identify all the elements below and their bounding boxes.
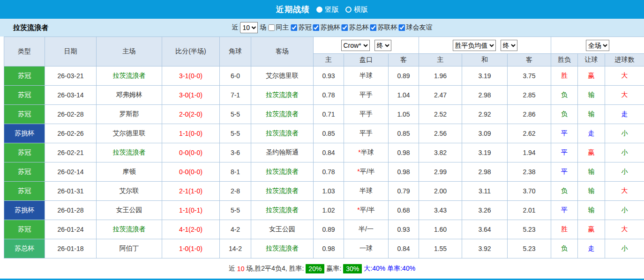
league-type-cell: 苏冠 [4,105,45,124]
date-cell: 26-03-21 [45,66,97,86]
handicap-home-odds-cell: 0.89 [314,220,344,239]
table-row: 苏总杯26-01-18阿伯丁1-0(1-0)14-2拉茨流浪者0.98一球0.8… [4,239,644,258]
away-team-cell: 拉茨流浪者 [251,86,314,105]
handicap-home-odds-cell: 1.02 [314,201,344,220]
sub-header-win: 主 [419,54,462,66]
competition-filters: 苏冠苏挑杯苏总杯苏联杯球会友谊 [291,23,432,32]
competition-option[interactable]: 苏冠 [291,23,311,32]
view-option-vertical[interactable]: 竖版 [316,5,339,14]
table-row: 苏冠26-01-31艾尔联2-1(1-0)2-8拉茨流浪者1.03半球0.792… [4,182,644,201]
odds-type-select[interactable]: 胜平负均值 [453,40,496,51]
competition-option[interactable]: 球会友谊 [398,23,432,32]
bookmaker-final-select[interactable]: 终 [374,40,391,51]
win-odds-cell: 3.82 [419,143,462,162]
view-option-horizontal[interactable]: 横版 [345,5,368,14]
league-type-cell: 苏冠 [4,86,45,105]
corner-cell: 2-8 [220,182,251,201]
handicap-away-odds-cell: 1.05 [389,105,419,124]
lose-odds-cell: 3.75 [508,66,551,86]
handicap-cell: *半球 [344,143,389,162]
view-option-label: 竖版 [325,5,339,14]
score-cell: 2-1(1-0) [162,182,220,201]
lose-odds-cell: 2.86 [508,105,551,124]
competition-checkbox[interactable] [313,24,319,31]
results-table: 类型 日期 主场 比分(半场) 角球 客场 Crow* 终 胜 [4,37,644,258]
handicap-away-odds-cell: 0.79 [389,182,419,201]
sub-header-bet-away: 客 [389,54,419,66]
same-home-option[interactable]: 同主 [268,23,289,32]
win-odds-cell: 2.56 [419,124,462,143]
score-cell: 1-1(0-1) [162,201,220,220]
date-cell: 26-01-31 [45,182,97,201]
result-cell: 胜 [551,220,578,239]
handicap-cell: 平手 [344,105,389,124]
goals-result-cell: 小 [605,124,644,143]
result-cell: 负 [551,239,578,258]
draw-odds-cell: 3.19 [462,66,508,86]
same-home-label: 同主 [276,23,289,32]
handicap-rate-label: 赢率: [326,265,341,273]
sub-header-bet-home: 主 [314,54,344,66]
competition-label: 苏挑杯 [320,23,340,32]
goals-result-cell: 大 [605,86,644,105]
competition-option[interactable]: 苏总杯 [341,23,368,32]
score-cell: 2-0(2-0) [162,105,220,124]
scope-select[interactable]: 全场 [586,40,609,51]
table-row: 苏冠26-01-24拉茨流浪者4-1(2-0)4-2女王公园0.89半/一0.9… [4,220,644,239]
competition-option[interactable]: 苏挑杯 [313,23,340,32]
away-team-cell: 拉茨流浪者 [251,239,314,258]
draw-odds-cell: 2.98 [462,86,508,105]
handicap-cell: 平手 [344,86,389,105]
draw-odds-cell: 3.64 [462,220,508,239]
date-cell: 26-02-28 [45,105,97,124]
sub-header-lose: 客 [508,54,551,66]
handicap-result-cell: 输 [578,162,605,182]
home-team-cell: 拉茨流浪者 [97,143,162,162]
date-cell: 26-02-26 [45,124,97,143]
single-rate-text: 单率:40% [387,265,415,273]
bookmaker-select[interactable]: Crow* [341,40,370,51]
handicap-home-odds-cell: 0.84 [314,143,344,162]
score-cell: 3-1(0-0) [162,66,220,86]
competition-option[interactable]: 苏联杯 [370,23,397,32]
competition-checkbox[interactable] [341,24,348,31]
goals-result-cell: 走 [605,105,644,124]
competition-checkbox[interactable] [370,24,376,31]
league-type-cell: 苏冠 [4,66,45,86]
header-row-1: 类型 日期 主场 比分(半场) 角球 客场 Crow* 终 胜 [4,37,644,54]
league-type-cell: 苏冠 [4,162,45,182]
home-team-cell: 邓弗姆林 [97,86,162,105]
handicap-away-odds-cell: 0.98 [389,162,419,182]
away-team-cell: 女王公园 [251,220,314,239]
lose-odds-cell: 5.23 [508,220,551,239]
competition-label: 球会友谊 [406,23,432,32]
col-header-type: 类型 [4,37,45,66]
col-header-date: 日期 [45,37,97,66]
win-odds-cell: 1.55 [419,239,462,258]
handicap-cell: *平/半 [344,201,389,220]
draw-odds-cell: 3.92 [462,239,508,258]
handicap-result-cell: 输 [578,182,605,201]
score-cell: 4-1(2-0) [162,220,220,239]
table-row: 苏冠26-03-21拉茨流浪者3-1(0-0)6-0艾尔德里联0.93半球0.8… [4,66,644,86]
same-home-checkbox[interactable] [268,24,275,31]
home-team-cell: 女王公园 [97,201,162,220]
away-team-cell: 圣约翰斯通 [251,143,314,162]
competition-checkbox[interactable] [291,24,297,31]
handicap-away-odds-cell: 1.04 [389,86,419,105]
match-count-select[interactable]: 10 [240,22,258,33]
date-cell: 26-01-28 [45,201,97,220]
col-header-away: 客场 [251,37,314,66]
handicap-cell: 平手 [344,124,389,143]
handicap-home-odds-cell: 0.78 [314,162,344,182]
big-rate-text: 大:40% [364,265,385,273]
goals-result-cell: 大 [605,66,644,86]
competition-checkbox[interactable] [398,24,405,31]
goals-result-cell: 小 [605,201,644,220]
odds-final-select[interactable]: 终 [501,40,517,51]
sub-header-draw: 和 [462,54,508,66]
league-type-cell: 苏挑杯 [4,124,45,143]
handicap-home-odds-cell: 0.98 [314,239,344,258]
handicap-result-cell: 输 [578,86,605,105]
handicap-away-odds-cell: 0.98 [389,143,419,162]
